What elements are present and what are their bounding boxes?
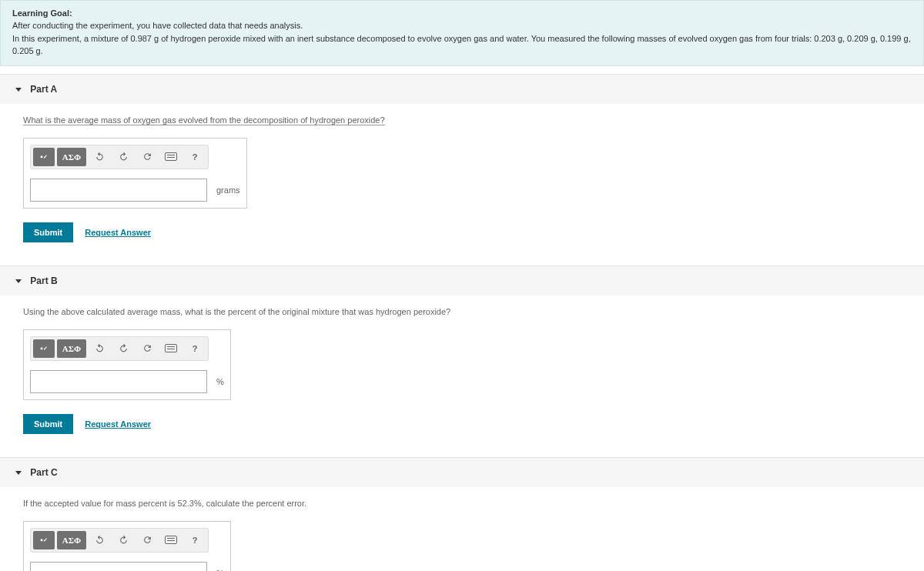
- part-a-body: What is the average mass of oxygen gas e…: [0, 104, 924, 258]
- keyboard-icon: [165, 152, 177, 161]
- reset-button[interactable]: [136, 531, 158, 549]
- submit-button[interactable]: Submit: [23, 222, 73, 242]
- templates-button[interactable]: ▪✓: [33, 339, 55, 358]
- input-row: %: [30, 562, 224, 572]
- actions-row: Submit Request Answer: [23, 414, 901, 434]
- part-c-body: If the accepted value for mass percent i…: [0, 487, 924, 572]
- unit-label: grams: [216, 185, 240, 195]
- redo-icon: [119, 152, 129, 162]
- answer-input[interactable]: [30, 562, 207, 572]
- equation-toolbar: ▪✓ ΑΣΦ ?: [30, 145, 209, 169]
- part-c-title: Part C: [30, 467, 57, 478]
- actions-row: Submit Request Answer: [23, 222, 901, 242]
- part-b-body: Using the above calculated average mass,…: [0, 296, 924, 449]
- help-button[interactable]: ?: [184, 148, 206, 166]
- reset-icon: [142, 535, 152, 545]
- part-a-question: What is the average mass of oxygen gas e…: [23, 115, 901, 126]
- caret-down-icon: [15, 279, 22, 283]
- reset-icon: [142, 343, 152, 353]
- caret-down-icon: [15, 471, 22, 475]
- learning-goal-title: Learning Goal:: [12, 8, 912, 18]
- request-answer-link[interactable]: Request Answer: [85, 228, 151, 237]
- help-button[interactable]: ?: [184, 339, 206, 358]
- undo-button[interactable]: [89, 531, 110, 549]
- learning-goal-line1: After conducting the experiment, you hav…: [12, 19, 912, 32]
- caret-down-icon: [15, 88, 22, 92]
- keyboard-icon: [165, 536, 177, 544]
- keyboard-icon: [165, 344, 177, 352]
- undo-button[interactable]: [89, 339, 110, 358]
- unit-label: %: [216, 569, 224, 572]
- part-c-question: If the accepted value for mass percent i…: [23, 499, 901, 509]
- answer-box: ▪✓ ΑΣΦ ? grams: [23, 138, 247, 209]
- unit-label: %: [216, 377, 224, 386]
- request-answer-link[interactable]: Request Answer: [85, 419, 151, 429]
- undo-button[interactable]: [89, 148, 110, 166]
- redo-icon: [119, 343, 129, 353]
- redo-button[interactable]: [112, 148, 134, 166]
- part-c: Part C If the accepted value for mass pe…: [0, 457, 924, 572]
- part-c-header[interactable]: Part C: [0, 457, 924, 487]
- learning-goal-line2: In this experiment, a mixture of 0.987 g…: [12, 32, 912, 58]
- redo-button[interactable]: [112, 339, 134, 358]
- keyboard-button[interactable]: [160, 339, 182, 358]
- input-row: %: [30, 370, 224, 393]
- answer-input[interactable]: [30, 370, 207, 393]
- reset-button[interactable]: [136, 339, 158, 358]
- part-b-title: Part B: [30, 275, 57, 286]
- templates-button[interactable]: ▪✓: [33, 531, 55, 549]
- part-a-header[interactable]: Part A: [0, 74, 924, 104]
- part-b-header[interactable]: Part B: [0, 265, 924, 296]
- redo-button[interactable]: [112, 531, 134, 549]
- part-a: Part A What is the average mass of oxyge…: [0, 74, 924, 258]
- answer-input[interactable]: [30, 179, 207, 202]
- part-b: Part B Using the above calculated averag…: [0, 265, 924, 449]
- answer-box: ▪✓ ΑΣΦ ? %: [23, 329, 231, 400]
- part-b-question: Using the above calculated average mass,…: [23, 307, 901, 318]
- learning-goal-box: Learning Goal: After conducting the expe…: [0, 0, 924, 66]
- reset-button[interactable]: [136, 148, 158, 166]
- input-row: grams: [30, 179, 240, 202]
- equation-toolbar: ▪✓ ΑΣΦ ?: [30, 528, 209, 553]
- undo-icon: [95, 535, 105, 545]
- templates-button[interactable]: ▪✓: [33, 148, 55, 166]
- help-button[interactable]: ?: [184, 531, 206, 549]
- submit-button[interactable]: Submit: [23, 414, 73, 434]
- undo-icon: [95, 152, 105, 162]
- answer-box: ▪✓ ΑΣΦ ? %: [23, 521, 231, 572]
- keyboard-button[interactable]: [160, 531, 182, 549]
- greek-button[interactable]: ΑΣΦ: [57, 531, 86, 549]
- redo-icon: [119, 535, 129, 545]
- greek-button[interactable]: ΑΣΦ: [57, 148, 86, 166]
- equation-toolbar: ▪✓ ΑΣΦ ?: [30, 336, 209, 361]
- undo-icon: [95, 343, 105, 353]
- greek-button[interactable]: ΑΣΦ: [57, 339, 86, 358]
- keyboard-button[interactable]: [160, 148, 182, 166]
- reset-icon: [142, 152, 152, 162]
- part-a-title: Part A: [30, 84, 57, 95]
